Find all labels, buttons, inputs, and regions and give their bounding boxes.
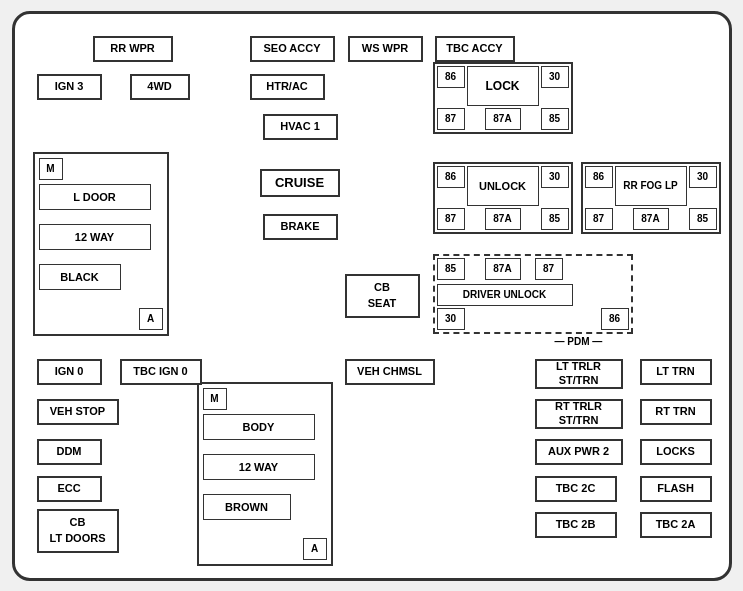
driver-unlock-pin-30: 30 (437, 308, 465, 330)
l-door-pin-m: M (39, 158, 63, 180)
rr-fog-pin-87: 87 (585, 208, 613, 230)
fuse-aux-pwr2: AUX PWR 2 (535, 439, 623, 465)
fuse-seo-accy: SEO ACCY (250, 36, 335, 62)
fuse-tbc-2a: TBC 2A (640, 512, 712, 538)
fuse-tbc-2b: TBC 2B (535, 512, 617, 538)
fuse-lt-trlr-st-trn: LT TRLRST/TRN (535, 359, 623, 389)
fuse-veh-chmsl: VEH CHMSL (345, 359, 435, 385)
body-12way: 12 WAY (203, 454, 315, 480)
fuse-flash: FLASH (640, 476, 712, 502)
fuse-diagram: RR WPR SEO ACCY WS WPR TBC ACCY IGN 3 4W… (12, 11, 732, 581)
unlock-pin-86: 86 (437, 166, 465, 188)
body-brown: BROWN (203, 494, 291, 520)
body-pin-a: A (303, 538, 327, 560)
l-door-black: BLACK (39, 264, 121, 290)
fuse-cruise: CRUISE (260, 169, 340, 197)
pdm-label: — PDM — (555, 336, 603, 347)
fuse-ddm: DDM (37, 439, 102, 465)
fuse-veh-stop: VEH STOP (37, 399, 119, 425)
driver-unlock-pin-87: 87 (535, 258, 563, 280)
fuse-ws-wpr: WS WPR (348, 36, 423, 62)
fuse-tbc-2c: TBC 2C (535, 476, 617, 502)
driver-unlock-pin-85: 85 (437, 258, 465, 280)
lock-pin-30: 30 (541, 66, 569, 88)
driver-unlock-pin-87a: 87A (485, 258, 521, 280)
l-door-12way: 12 WAY (39, 224, 151, 250)
fuse-locks: LOCKS (640, 439, 712, 465)
l-door-pin-a: A (139, 308, 163, 330)
fuse-4wd: 4WD (130, 74, 190, 100)
lock-pin-85: 85 (541, 108, 569, 130)
driver-unlock-group: 85 87A 87 DRIVER UNLOCK 30 86 (433, 254, 633, 334)
lock-pin-87a: 87A (485, 108, 521, 130)
l-door-label: L DOOR (39, 184, 151, 210)
l-door-group: M L DOOR 12 WAY BLACK A (33, 152, 169, 336)
fuse-cb-lt-doors: CBLT DOORS (37, 509, 119, 553)
unlock-main: UNLOCK (467, 166, 539, 206)
fuse-ecc: ECC (37, 476, 102, 502)
fuse-lt-trn: LT TRN (640, 359, 712, 385)
lock-pin-86: 86 (437, 66, 465, 88)
lock-pin-87: 87 (437, 108, 465, 130)
fuse-hvac1: HVAC 1 (263, 114, 338, 140)
fuse-htr-ac: HTR/AC (250, 74, 325, 100)
unlock-pin-87a: 87A (485, 208, 521, 230)
lock-relay-group: 86 LOCK 30 87 87A 85 (433, 62, 573, 134)
unlock-relay-group: 86 UNLOCK 30 87 87A 85 (433, 162, 573, 234)
fuse-cb-seat: CBSEAT (345, 274, 420, 318)
driver-unlock-pin-86: 86 (601, 308, 629, 330)
rr-fog-lp-relay-group: 86 RR FOG LP 30 87 87A 85 (581, 162, 721, 234)
fuse-rt-trn: RT TRN (640, 399, 712, 425)
lock-main: LOCK (467, 66, 539, 106)
unlock-pin-85: 85 (541, 208, 569, 230)
unlock-pin-30: 30 (541, 166, 569, 188)
unlock-pin-87: 87 (437, 208, 465, 230)
body-group: M BODY 12 WAY BROWN A (197, 382, 333, 566)
body-pin-m: M (203, 388, 227, 410)
fuse-ign3: IGN 3 (37, 74, 102, 100)
rr-fog-pin-30: 30 (689, 166, 717, 188)
fuse-rt-trlr-st-trn: RT TRLRST/TRN (535, 399, 623, 429)
fuse-tbc-accy: TBC ACCY (435, 36, 515, 62)
rr-fog-pin-87a: 87A (633, 208, 669, 230)
fuse-ign0: IGN 0 (37, 359, 102, 385)
fuse-brake: BRAKE (263, 214, 338, 240)
body-label: BODY (203, 414, 315, 440)
driver-unlock-main: DRIVER UNLOCK (437, 284, 573, 306)
rr-fog-main: RR FOG LP (615, 166, 687, 206)
rr-fog-pin-85: 85 (689, 208, 717, 230)
fuse-tbc-ign0: TBC IGN 0 (120, 359, 202, 385)
fuse-rr-wpr: RR WPR (93, 36, 173, 62)
rr-fog-pin-86: 86 (585, 166, 613, 188)
